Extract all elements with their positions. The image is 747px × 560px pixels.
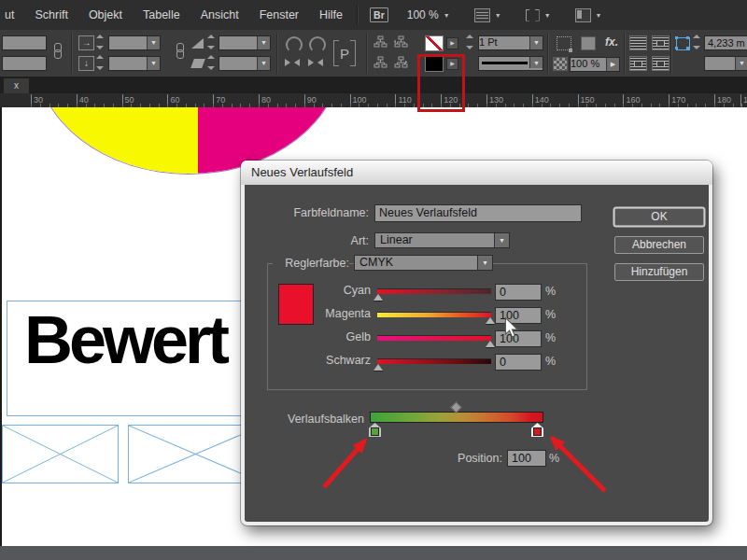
- gradient-stop-green[interactable]: [369, 423, 381, 437]
- rotation-angle-icon: [191, 38, 204, 49]
- document-tab-strip: x: [0, 77, 747, 93]
- swatch-name-input[interactable]: Neues Verlaufsfeld: [374, 204, 582, 222]
- reference-point-proxy[interactable]: P: [333, 40, 356, 66]
- magenta-slider[interactable]: [377, 312, 491, 317]
- ruler-tick-label: 100: [350, 94, 367, 106]
- corner-options-icon[interactable]: [557, 36, 571, 50]
- headline-text: Bewert: [24, 303, 226, 377]
- link-scale-icon[interactable]: [176, 43, 184, 58]
- yellow-slider-handle[interactable]: [486, 341, 495, 347]
- stroke-weight-stepper[interactable]: [466, 35, 474, 49]
- select-next-object-icon[interactable]: [394, 56, 408, 69]
- stroke-style-dropdown[interactable]: ▼: [478, 56, 543, 71]
- scale-y-dropdown[interactable]: ▼: [108, 56, 161, 71]
- yellow-value: 100: [500, 332, 519, 345]
- yellow-slider[interactable]: [377, 335, 491, 341]
- yellow-unit: %: [545, 331, 556, 344]
- fill-swatch-none[interactable]: [425, 35, 444, 51]
- document-tab-close[interactable]: x: [4, 78, 29, 93]
- black-slider-handle[interactable]: [374, 364, 383, 371]
- menubar-divider: [357, 6, 359, 24]
- effects-icon[interactable]: fx.: [605, 35, 618, 49]
- text-wrap-jump-icon[interactable]: [652, 56, 669, 71]
- magenta-slider-handle[interactable]: [486, 317, 495, 324]
- scale-y-stepper[interactable]: [96, 55, 105, 70]
- object-style-dropdown[interactable]: ▼: [704, 56, 747, 71]
- flip-vertical-icon[interactable]: [308, 57, 323, 68]
- image-placeholder-frame[interactable]: [2, 425, 119, 483]
- menu-item-ut[interactable]: ut: [0, 8, 24, 21]
- cyan-slider-handle[interactable]: [374, 294, 383, 301]
- black-slider[interactable]: [377, 358, 491, 364]
- text-wrap-none-icon[interactable]: [629, 35, 647, 50]
- scale-x-dropdown[interactable]: ▼: [108, 35, 161, 50]
- text-wrap-shape-icon[interactable]: [629, 56, 647, 71]
- cyan-slider[interactable]: [377, 288, 491, 294]
- ruler-tick-label: 180: [714, 94, 731, 106]
- screen-mode-dropdown[interactable]: ▼: [526, 9, 551, 21]
- menu-item-hilfe[interactable]: Hilfe: [309, 8, 353, 21]
- chevron-down-icon: ▼: [494, 233, 509, 247]
- menu-item-ansicht[interactable]: Ansicht: [190, 8, 249, 21]
- type-dropdown[interactable]: Linear ▼: [374, 232, 510, 248]
- rotate-cw-icon[interactable]: [309, 36, 326, 53]
- opacity-dropdown[interactable]: 100 % ▶: [570, 57, 620, 72]
- rotation-stepper[interactable]: [207, 35, 216, 49]
- stroke-weight-dropdown[interactable]: 1 Pt ▼: [478, 35, 543, 50]
- menu-item-schrift[interactable]: Schrift: [24, 8, 78, 21]
- select-previous-object-icon[interactable]: [394, 35, 408, 49]
- gradient-ramp[interactable]: [370, 412, 543, 423]
- select-container-icon[interactable]: [374, 35, 388, 49]
- opacity-value: 100 %: [571, 58, 599, 69]
- control-panel: → ↓ ▼ ▼ ▼ ▼ P ▶: [0, 30, 747, 77]
- zoom-level-dropdown[interactable]: 100 % ▼: [407, 8, 450, 21]
- rotate-ccw-icon[interactable]: [286, 36, 303, 53]
- frame-fitting-icon[interactable]: [676, 37, 690, 50]
- ruler-tick-label: 40: [77, 94, 89, 106]
- ruler-tick-label: 90: [304, 94, 317, 106]
- fill-options-arrow[interactable]: ▶: [446, 37, 458, 49]
- ellipse-yellow-half: [36, 107, 198, 174]
- opacity-icon: [553, 57, 568, 71]
- black-value-field[interactable]: 0: [495, 354, 542, 371]
- flip-horizontal-icon[interactable]: [285, 57, 300, 68]
- view-options-dropdown[interactable]: ▼: [474, 8, 501, 22]
- constrain-proportions-icon[interactable]: [53, 43, 62, 58]
- shear-stepper[interactable]: [207, 55, 216, 70]
- size-field[interactable]: 4,233 m: [704, 35, 747, 50]
- stop-color-value: CMYK: [359, 256, 393, 269]
- ok-button[interactable]: OK: [614, 208, 704, 226]
- ruler-tick-label: 60: [167, 94, 179, 106]
- arrange-documents-icon: [575, 8, 591, 22]
- y-position-field[interactable]: [2, 56, 47, 71]
- menu-item-tabelle[interactable]: Tabelle: [133, 8, 190, 21]
- reference-point-label: P: [340, 46, 349, 62]
- text-frame[interactable]: Bewert: [7, 301, 266, 416]
- scale-x-stepper[interactable]: [96, 35, 105, 49]
- position-value: 100: [512, 452, 531, 465]
- dialog-title[interactable]: Neues Verlaufsfeld: [241, 161, 712, 185]
- text-wrap-bounding-icon[interactable]: [652, 35, 669, 50]
- arrange-documents-dropdown[interactable]: ▼: [575, 8, 602, 22]
- cyan-value: 0: [500, 286, 506, 299]
- type-label: Art:: [245, 234, 369, 247]
- rotation-dropdown[interactable]: ▼: [218, 35, 271, 50]
- shear-dropdown[interactable]: ▼: [218, 56, 271, 71]
- size-stepper[interactable]: [693, 35, 701, 49]
- stop-color-dropdown[interactable]: CMYK ▼: [354, 255, 493, 271]
- x-position-field[interactable]: [2, 35, 47, 50]
- cyan-value-field[interactable]: 0: [495, 284, 542, 301]
- select-content-icon[interactable]: [374, 56, 388, 69]
- cancel-button[interactable]: Abbrechen: [614, 236, 704, 254]
- add-button[interactable]: Hinzufügen: [614, 263, 704, 281]
- position-field[interactable]: 100: [507, 450, 546, 467]
- bridge-icon[interactable]: Br: [370, 7, 388, 22]
- magenta-value-field[interactable]: 100: [495, 307, 542, 324]
- ruler-tick-label: 80: [259, 94, 271, 106]
- menu-item-objekt[interactable]: Objekt: [78, 8, 133, 21]
- gradient-stop-red[interactable]: [531, 423, 543, 437]
- black-unit: %: [545, 355, 556, 368]
- yellow-value-field[interactable]: 100: [495, 330, 542, 347]
- menu-item-fenster[interactable]: Fenster: [249, 8, 309, 21]
- corner-shape-icon[interactable]: [581, 36, 596, 50]
